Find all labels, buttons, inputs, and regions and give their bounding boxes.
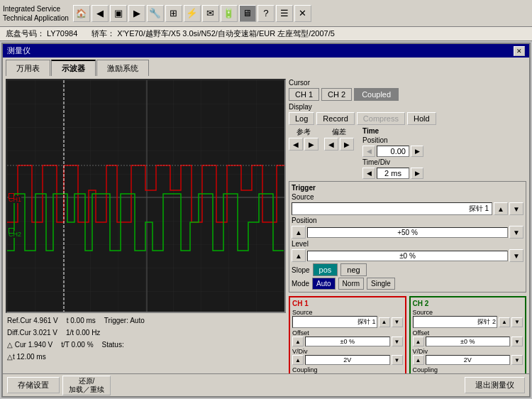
trig-level-up[interactable]: ▲ <box>292 249 306 262</box>
trig-pos-up[interactable]: ▲ <box>292 226 306 239</box>
coupled-button[interactable]: Coupled <box>354 88 399 101</box>
ch1-vdiv-up[interactable]: ▲ <box>292 355 304 365</box>
info-row4: △t 12.00 ms <box>7 351 284 363</box>
ch2-vdiv-up[interactable]: ▲ <box>413 355 424 365</box>
timediv-left-button[interactable]: ◀ <box>362 168 375 179</box>
ref-label: 参考 <box>297 127 311 137</box>
monitor-button[interactable]: 🖥 <box>239 5 256 22</box>
ch2-coupling-label: Coupling <box>413 366 523 373</box>
mode-single-button[interactable]: Single <box>367 278 395 290</box>
scope-display: CH1 CH2 <box>6 79 286 313</box>
exit-button[interactable]: 退出测量仪 <box>465 377 525 393</box>
ch1-cursor-button[interactable]: CH 1 <box>289 88 319 101</box>
ch1-source-up[interactable]: ▲ <box>379 317 390 327</box>
t-label: t <box>67 317 69 324</box>
compress-button[interactable]: Compress <box>357 112 405 125</box>
slope-label: Slope <box>292 266 310 274</box>
disk-label: 底盘号码： <box>6 29 45 38</box>
ch2-vdiv-down[interactable]: ▼ <box>511 355 523 365</box>
cursor-section: Cursor CH 1 CH 2 Coupled <box>289 79 526 101</box>
position-right-button[interactable]: ▶ <box>411 146 423 157</box>
log-button[interactable]: Log <box>289 112 314 125</box>
wrench-button[interactable]: 🔧 <box>147 5 164 22</box>
scope-column: CH1 CH2 Ref.Cur 4.961 V t <box>6 79 286 371</box>
ch1-offset-down[interactable]: ▼ <box>392 337 403 346</box>
tab-multimeter[interactable]: 万用表 <box>6 60 50 76</box>
help-button[interactable]: ? <box>257 5 275 22</box>
home-button[interactable]: 🏠 <box>73 5 90 22</box>
battery-button[interactable]: 🔋 <box>221 5 238 22</box>
main-window: 测量仪 ✕ 万用表 示波器 激励系统 <box>1 43 531 398</box>
close-app-button[interactable]: ✕ <box>294 5 311 22</box>
ch2-offset-down[interactable]: ▼ <box>511 337 523 346</box>
restore-button[interactable]: 还原/ 加载／重续 <box>62 376 111 395</box>
delta-cur-label: △ Cur <box>7 341 26 349</box>
slope-neg-button[interactable]: neg <box>340 263 366 276</box>
settings-button[interactable]: ☰ <box>276 5 293 22</box>
cursor-label: Cursor <box>289 79 526 87</box>
trigger-source-label: Source <box>292 193 314 201</box>
window-close-button[interactable]: ✕ <box>514 46 525 56</box>
ch1-offset-label: Offset <box>292 329 403 337</box>
display-label: Display <box>289 103 526 111</box>
time-section: Time Position ◀ 0.00 ▶ Time/Div ◀ 2 ms <box>362 127 423 179</box>
slope-pos-button[interactable]: pos <box>313 263 338 276</box>
mode-norm-button[interactable]: Norm <box>338 278 364 290</box>
ch1-source-down[interactable]: ▼ <box>392 317 403 327</box>
bias-left-button[interactable]: ◀ <box>324 138 338 151</box>
ch1-offset-value: ±0 % <box>305 337 390 346</box>
freq-label: 1/t <box>66 329 74 337</box>
position-left-button[interactable]: ◀ <box>362 146 375 157</box>
bottom-bar: 存储设置 还原/ 加载／重续 退出测量仪 <box>3 373 529 396</box>
position-label: Position <box>362 136 388 144</box>
tab-oscilloscope[interactable]: 示波器 <box>51 60 96 76</box>
ch1-marker <box>9 193 14 199</box>
ref-right-button[interactable]: ▶ <box>304 138 318 151</box>
ch2-source-up[interactable]: ▲ <box>499 317 510 327</box>
ratio-value: 0.00 % <box>71 341 93 349</box>
ref-left-button[interactable]: ◀ <box>289 138 303 151</box>
ch1-offset-up[interactable]: ▲ <box>292 337 304 346</box>
ch2-cursor-button[interactable]: CH 2 <box>321 88 352 101</box>
trigger-section: Trigger Source 探针 1 ▲ ▼ Position ▲ +50 %… <box>289 181 526 293</box>
ch1-source-value: 探针 1 <box>292 316 377 328</box>
trigger-source-down[interactable]: ▼ <box>509 202 523 215</box>
trigger-level-label: Level <box>292 240 313 248</box>
ch2-panel: CH 2 Source 探针 2 ▲ ▼ Offset ▲ ±0 % ▼ <box>409 296 527 373</box>
trigger-source-up[interactable]: ▲ <box>494 202 508 215</box>
ch1-vdiv-down[interactable]: ▼ <box>392 355 403 365</box>
bias-right-button[interactable]: ▶ <box>340 138 354 151</box>
timediv-right-button[interactable]: ▶ <box>411 168 423 179</box>
back-button[interactable]: ◀ <box>92 5 109 22</box>
trigger-position-label: Position <box>292 217 320 224</box>
tab-excitation[interactable]: 激励系统 <box>96 60 149 76</box>
grid-button[interactable]: ⊞ <box>165 5 182 22</box>
trig-level-down[interactable]: ▼ <box>509 249 523 262</box>
lightning-button[interactable]: ⚡ <box>184 5 201 22</box>
save-settings-button[interactable]: 存储设置 <box>7 377 60 393</box>
time-label: Time <box>362 127 423 135</box>
position-value: 0.00 <box>377 146 409 157</box>
ch1-panel-title: CH 1 <box>292 300 403 307</box>
window-titlebar: 测量仪 ✕ <box>3 44 529 58</box>
trig-pos-down[interactable]: ▼ <box>509 226 523 239</box>
trigger-label: Trigger: <box>104 317 128 324</box>
ch1-panel: CH 1 Source 探针 1 ▲ ▼ Offset ▲ ±0 % ▼ <box>289 296 406 373</box>
trigger-source-value: 探针 1 <box>292 202 492 215</box>
ch2-offset-up[interactable]: ▲ <box>413 337 424 346</box>
ch1-vdiv-label: V/Div <box>292 348 403 355</box>
record-button[interactable]: Record <box>316 112 354 125</box>
pages-button[interactable]: ▣ <box>110 5 127 22</box>
ch-panels: CH 1 Source 探针 1 ▲ ▼ Offset ▲ ±0 % ▼ <box>289 296 526 373</box>
email-button[interactable]: ✉ <box>202 5 219 22</box>
forward-button[interactable]: ▶ <box>128 5 145 22</box>
ch2-panel-title: CH 2 <box>413 300 523 307</box>
info-row3: △ Cur 1.940 V t/T 0.00 % Status: <box>7 339 284 351</box>
hold-button[interactable]: Hold <box>407 112 436 125</box>
t-value: 0.00 ms <box>70 317 96 324</box>
mode-auto-button[interactable]: Auto <box>312 278 336 290</box>
ch2-source-down[interactable]: ▼ <box>511 317 523 327</box>
ch2-marker <box>9 228 14 234</box>
ref-cur-value: 4.961 V <box>33 317 57 324</box>
tab-bar: 万用表 示波器 激励系统 <box>3 58 529 76</box>
